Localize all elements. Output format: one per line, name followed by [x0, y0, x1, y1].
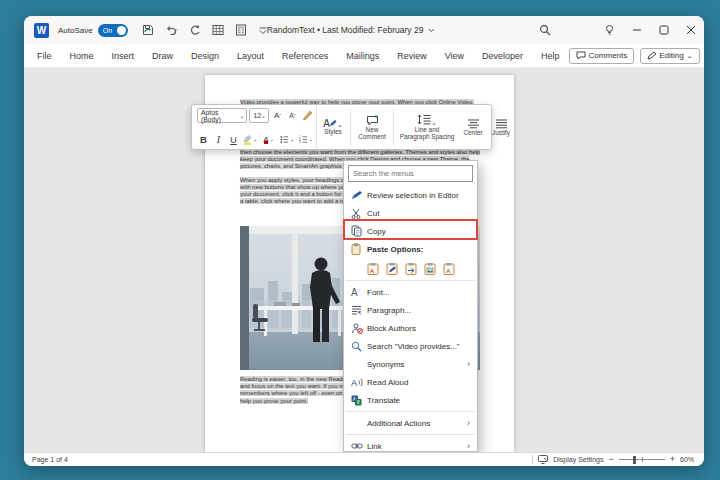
redo-icon[interactable] — [189, 24, 201, 36]
document-title[interactable]: RandomText • Last Modified: February 29 — [267, 16, 435, 44]
status-bar-right: Display Settings − + 60% — [532, 455, 694, 464]
line-spacing-icon: ⌄ — [417, 114, 437, 126]
numbering-button[interactable]: 123 ⌄ — [298, 132, 315, 147]
word-logo-icon[interactable]: W — [34, 23, 49, 38]
new-comment-button[interactable]: New Comment — [352, 105, 392, 149]
paste-picture-icon[interactable] — [424, 262, 436, 275]
tab-review[interactable]: Review — [388, 44, 436, 68]
table-grid-icon[interactable] — [212, 24, 224, 36]
paste-continue-list-icon[interactable] — [405, 262, 417, 275]
shrink-font-button[interactable]: Aˇ — [286, 108, 299, 123]
tab-draw[interactable]: Draw — [143, 44, 182, 68]
zoom-slider-thumb[interactable] — [633, 456, 636, 464]
document-columns-icon[interactable] — [235, 24, 247, 36]
tab-references[interactable]: References — [273, 44, 337, 68]
font-name-dropdown[interactable]: Aptos (Body)⌄ — [197, 108, 247, 123]
minimize-button[interactable] — [623, 16, 650, 44]
tab-help[interactable]: Help — [532, 44, 569, 68]
chevron-down-icon: ⌄ — [239, 113, 244, 119]
menu-item-synonyms[interactable]: Synonyms › — [344, 355, 477, 373]
close-button[interactable] — [677, 16, 704, 44]
zoom-out-button[interactable]: − — [608, 455, 613, 464]
menu-item-font[interactable]: A Font... — [344, 283, 477, 301]
menu-item-link[interactable]: Link › — [344, 437, 477, 452]
menu-item-cut[interactable]: Cut — [344, 204, 477, 222]
line-spacing-button[interactable]: ⌄ Line and Paragraph Spacing — [395, 105, 459, 149]
menu-search-input[interactable] — [349, 169, 472, 178]
lightbulb-icon[interactable] — [596, 16, 623, 44]
menu-item-paragraph[interactable]: ¶ Paragraph... — [344, 301, 477, 319]
svg-text:3: 3 — [299, 141, 301, 144]
center-align-button[interactable]: Center — [459, 105, 487, 149]
bullets-button[interactable]: ⌄ — [279, 132, 296, 147]
bold-button[interactable]: B — [197, 132, 210, 147]
undo-icon[interactable] — [165, 24, 178, 36]
tab-layout[interactable]: Layout — [228, 44, 273, 68]
chevron-down-icon: ⌄ — [308, 137, 313, 143]
highlighter-button[interactable]: ⌄ — [242, 132, 259, 147]
maximize-button[interactable] — [650, 16, 677, 44]
display-settings-icon — [538, 455, 548, 464]
menu-item-paste-options: Paste Options: — [344, 240, 477, 258]
paste-merge-formatting-icon[interactable] — [386, 262, 398, 275]
justify-button[interactable]: Justify — [487, 105, 515, 149]
svg-text:i: i — [354, 343, 356, 348]
menu-separator — [346, 411, 475, 412]
clipboard-icon — [351, 243, 367, 255]
quick-access-toolbar — [142, 24, 268, 36]
tab-view[interactable]: View — [436, 44, 473, 68]
ribbon-tab-row: File Home Insert Draw Design Layout Refe… — [24, 44, 704, 68]
svg-text:A: A — [370, 268, 374, 274]
styles-button[interactable]: A⌄ Styles — [317, 105, 349, 149]
styles-icon: A⌄ — [323, 119, 343, 128]
chevron-down-icon: ⌄ — [687, 52, 693, 59]
font-color-button[interactable]: A ⌄ — [261, 132, 278, 147]
autosave-toggle[interactable]: On — [98, 24, 128, 37]
zoom-in-button[interactable]: + — [670, 455, 675, 464]
chevron-down-icon: ⌄ — [261, 113, 266, 119]
search-icon[interactable] — [531, 16, 558, 44]
chevron-down-icon: ⌄ — [270, 137, 275, 143]
menu-item-search-selection[interactable]: i Search "Video provides..." — [344, 337, 477, 355]
menu-separator — [346, 280, 475, 281]
format-painter-icon[interactable] — [301, 108, 314, 123]
tab-file[interactable]: File — [28, 44, 61, 68]
tab-insert[interactable]: Insert — [103, 44, 144, 68]
menu-item-read-aloud[interactable]: A Read Aloud — [344, 373, 477, 391]
menu-item-translate[interactable]: A Translate — [344, 391, 477, 409]
chevron-down-icon: ⌄ — [253, 137, 258, 143]
cut-icon — [351, 208, 367, 219]
menu-item-review-in-editor[interactable]: Review selection in Editor — [344, 186, 477, 204]
zoom-slider[interactable] — [619, 459, 665, 460]
editing-dropdown[interactable]: Editing ⌄ — [640, 48, 699, 64]
save-icon[interactable] — [142, 24, 154, 36]
tab-design[interactable]: Design — [182, 44, 228, 68]
italic-button[interactable]: I — [212, 132, 225, 147]
desktop: { "titlebar": { "autosave_label": "AutoS… — [0, 0, 720, 480]
search-selection-icon: i — [351, 341, 367, 352]
paste-options-row: A A — [344, 258, 477, 278]
paste-keep-text-only-icon[interactable]: A — [443, 262, 455, 275]
page-indicator[interactable]: Page 1 of 4 — [32, 456, 68, 463]
title-bar: W AutoSave On — [24, 16, 704, 44]
font-size-dropdown[interactable]: 12⌄ — [249, 108, 269, 123]
context-menu: Review selection in Editor Cut Copy Past… — [343, 160, 478, 452]
grow-font-button[interactable]: Aˆ — [271, 108, 284, 123]
svg-text:¶: ¶ — [358, 309, 362, 315]
font-dialog-icon: A — [351, 287, 367, 298]
menu-item-block-authors[interactable]: Block Authors — [344, 319, 477, 337]
menu-item-additional-actions[interactable]: Additional Actions › — [344, 414, 477, 432]
word-window: W AutoSave On — [24, 16, 704, 466]
comments-button[interactable]: Comments — [569, 48, 635, 64]
tab-home[interactable]: Home — [61, 44, 103, 68]
submenu-arrow-icon: › — [467, 442, 470, 451]
underline-button[interactable]: U — [227, 132, 240, 147]
read-aloud-icon: A — [351, 377, 367, 388]
zoom-level[interactable]: 60% — [680, 456, 694, 463]
paste-keep-source-formatting-icon[interactable]: A — [367, 262, 379, 275]
display-settings-label[interactable]: Display Settings — [553, 456, 603, 463]
menu-search-box[interactable] — [348, 165, 473, 182]
menu-item-copy[interactable]: Copy — [344, 222, 477, 240]
tab-mailings[interactable]: Mailings — [337, 44, 388, 68]
tab-developer[interactable]: Developer — [473, 44, 532, 68]
